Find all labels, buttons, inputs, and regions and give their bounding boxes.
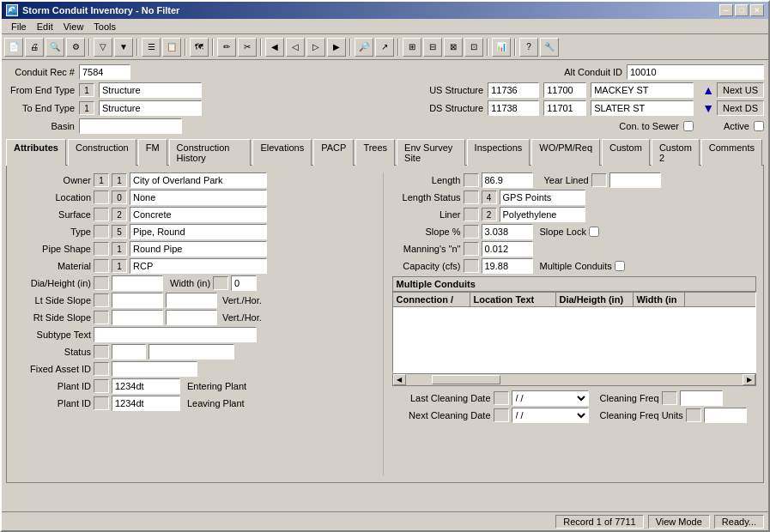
toolbar: 📄 🖨 🔍 ⚙ ▽ ▼ ☰ 📋 🗺 ✏ ✂ ◀ ◁ ▷ ▶ 🔎 ↗ ⊞ ⊟ ⊠ … (2, 34, 768, 60)
menu-tools[interactable]: Tools (88, 21, 121, 33)
slope-input[interactable] (482, 224, 533, 239)
select-btn[interactable]: ↗ (375, 38, 394, 57)
view-btn[interactable]: ☰ (142, 38, 161, 57)
con-sewer-checkbox[interactable] (683, 121, 694, 131)
next2-btn[interactable]: ▷ (306, 38, 325, 57)
tab-fm[interactable]: FM (138, 139, 167, 166)
status-bar: Record 1 of 7711 View Mode Ready... (2, 511, 768, 530)
us-structure-street-input[interactable] (591, 82, 694, 98)
tab-elevations[interactable]: Elevations (252, 139, 312, 166)
status-value-input[interactable] (149, 344, 234, 360)
grid-btn[interactable]: ⊞ (403, 38, 421, 57)
search-btn[interactable]: 🔍 (45, 38, 64, 57)
plant-id1-input[interactable] (112, 378, 180, 394)
alt-conduit-id-input[interactable] (627, 64, 764, 80)
tab-inspections[interactable]: Inspections (467, 139, 531, 166)
scroll-left-btn[interactable]: ◀ (393, 374, 406, 385)
rt-slope-input[interactable] (112, 310, 163, 325)
menu-edit[interactable]: Edit (32, 21, 58, 33)
next-btn[interactable]: ▶ (327, 38, 346, 57)
dia-height-input[interactable] (112, 275, 163, 291)
next-us-button[interactable]: Next US (717, 82, 764, 98)
tab-env-survey[interactable]: Env Survey Site (397, 139, 465, 166)
tools-btn[interactable]: ⚙ (66, 38, 85, 57)
zoom-btn[interactable]: 🔎 (355, 38, 373, 57)
status-code-input[interactable] (112, 344, 146, 360)
length-input[interactable] (482, 172, 533, 188)
menu-file[interactable]: File (6, 21, 32, 33)
list-btn[interactable]: 📋 (162, 38, 181, 57)
scroll-thumb[interactable] (432, 375, 500, 384)
close-button[interactable]: ✕ (750, 4, 764, 16)
conduit-rec-input[interactable] (79, 64, 130, 80)
horizontal-scrollbar[interactable]: ◀ ▶ (392, 373, 757, 386)
fixed-asset-input[interactable] (112, 361, 197, 377)
menu-view[interactable]: View (58, 21, 89, 33)
tab-construction-history[interactable]: Construction History (169, 139, 252, 166)
subtype-input[interactable] (94, 327, 257, 342)
scroll-right-btn[interactable]: ▶ (743, 374, 755, 385)
rt-slope-vh-input[interactable] (166, 310, 217, 325)
capacity-input[interactable] (482, 258, 533, 274)
lt-slope-vh-input[interactable] (166, 293, 217, 308)
basin-input[interactable] (79, 118, 182, 134)
grid2-btn[interactable]: ⊟ (423, 38, 442, 57)
us-structure-code-input[interactable] (488, 82, 539, 98)
tab-construction[interactable]: Construction (68, 139, 136, 166)
report-btn[interactable]: 📊 (492, 38, 511, 57)
surface-input[interactable] (130, 207, 267, 222)
length-status-input[interactable] (500, 190, 585, 205)
print-btn[interactable]: 🖨 (25, 38, 44, 57)
help-btn[interactable]: ? (519, 38, 538, 57)
slope-lock-checkbox[interactable] (589, 227, 599, 237)
tab-wo-pm[interactable]: WO/PM/Req (531, 139, 600, 166)
from-end-type-input[interactable] (99, 82, 202, 98)
next-ds-button[interactable]: Next DS (717, 100, 764, 116)
liner-input[interactable] (500, 207, 585, 222)
tab-comments[interactable]: Comments (701, 139, 762, 166)
pipe-shape-input[interactable] (130, 241, 267, 257)
width-input[interactable] (231, 275, 257, 291)
material-input[interactable] (130, 258, 267, 274)
cut-btn[interactable]: ✂ (238, 38, 257, 57)
maximize-button[interactable]: □ (735, 4, 749, 16)
mannings-input[interactable] (482, 241, 533, 257)
tab-custom2[interactable]: Custom 2 (652, 139, 700, 166)
extra-btn[interactable]: 🔧 (540, 38, 559, 57)
from-end-indicator: 1 (79, 83, 94, 97)
prev-btn[interactable]: ◀ (265, 38, 284, 57)
plant-id2-input[interactable] (112, 396, 180, 411)
ds-structure-street-input[interactable] (591, 100, 694, 116)
map-btn[interactable]: 🗺 (190, 38, 209, 57)
lt-slope-input[interactable] (112, 293, 163, 308)
type-input[interactable] (130, 224, 267, 239)
active-checkbox[interactable] (754, 121, 764, 131)
prev2-btn[interactable]: ◁ (286, 38, 305, 57)
filter-btn[interactable]: ▽ (94, 38, 112, 57)
location-input[interactable] (130, 190, 267, 205)
last-cleaning-select[interactable]: / / (512, 390, 589, 406)
next-cleaning-select[interactable]: / / (512, 408, 589, 423)
ds-structure-num-input[interactable] (543, 100, 586, 116)
grid4-btn[interactable]: ⊡ (464, 38, 483, 57)
cleaning-freq-label: Cleaning Freq (600, 393, 659, 403)
cleaning-freq-input[interactable] (680, 390, 723, 406)
tab-trees[interactable]: Trees (355, 139, 395, 166)
tab-attributes[interactable]: Attributes (6, 139, 66, 166)
liner-label: Liner (392, 209, 461, 220)
grid3-btn[interactable]: ⊠ (444, 38, 463, 57)
edit-btn[interactable]: ✏ (217, 38, 236, 57)
multiple-conduits-checkbox[interactable] (615, 261, 625, 271)
multiple-conduits-title: Multiple Conduits (392, 276, 757, 292)
cleaning-freq-units-input[interactable] (704, 408, 747, 423)
filter2-btn[interactable]: ▼ (114, 38, 133, 57)
tab-custom[interactable]: Custom (602, 139, 650, 166)
tab-pacp[interactable]: PACP (313, 139, 354, 166)
new-btn[interactable]: 📄 (4, 38, 23, 57)
ds-structure-code-input[interactable] (488, 100, 539, 116)
minimize-button[interactable]: ─ (719, 4, 733, 16)
us-structure-num-input[interactable] (543, 82, 586, 98)
to-end-type-input[interactable] (99, 100, 202, 116)
owner-input[interactable] (130, 172, 267, 188)
year-lined-input[interactable] (609, 172, 661, 188)
